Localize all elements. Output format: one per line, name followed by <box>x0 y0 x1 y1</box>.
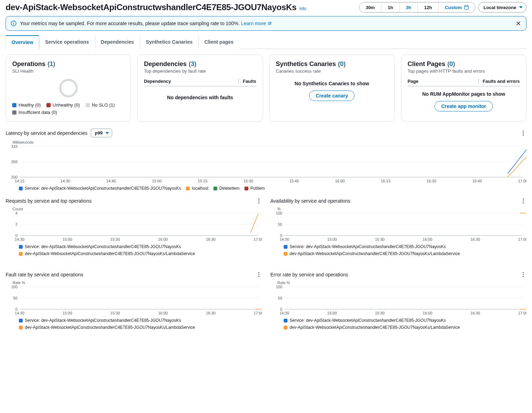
chart-menu-icon[interactable] <box>520 130 526 136</box>
svg-point-9 <box>60 80 76 96</box>
legend-healthy: Healthy (0) <box>12 102 41 108</box>
requests-title: Requests by service and top operations <box>6 198 92 204</box>
canaries-card: Synthetics Canaries (0) Canaries success… <box>269 55 395 122</box>
time-range-1h[interactable]: 1h <box>381 2 400 12</box>
tab-service-operations[interactable]: Service operations <box>39 35 95 49</box>
chart-menu-icon[interactable] <box>520 198 526 204</box>
svg-text:266: 266 <box>11 160 17 164</box>
dependencies-count[interactable]: 3 <box>191 60 194 67</box>
chart-menu-icon[interactable] <box>520 271 526 278</box>
svg-text:15:30: 15:30 <box>375 311 385 315</box>
operations-card: Operations (1) SLI Health Healthy (0) Un… <box>6 55 131 122</box>
legend-item[interactable]: Service: dev-ApiStack-WebsocketApiConstr… <box>284 244 446 249</box>
svg-text:15:00: 15:00 <box>63 311 72 315</box>
operations-count[interactable]: 1 <box>50 60 53 67</box>
chart-menu-icon[interactable] <box>256 198 262 204</box>
svg-text:16:30: 16:30 <box>471 311 480 315</box>
fault-rate-chart: Fault rate by service and operations Rat… <box>6 271 262 330</box>
svg-text:16:00: 16:00 <box>423 311 432 315</box>
dependencies-subtitle: Top dependencies by fault rate <box>144 68 256 74</box>
requests-chart: Requests by service and top operations C… <box>6 198 262 256</box>
time-range-custom[interactable]: Custom <box>439 2 475 12</box>
sampling-alert: Your metrics may be sampled. For more ac… <box>6 16 526 31</box>
svg-point-48 <box>523 198 524 200</box>
svg-text:15:00: 15:00 <box>327 311 337 315</box>
svg-text:50: 50 <box>278 296 282 300</box>
svg-text:15:00: 15:00 <box>152 179 162 183</box>
legend-item[interactable]: dev-ApiStack-WebsocketApiConstructwshand… <box>19 325 195 330</box>
tab-dependencies[interactable]: Dependencies <box>95 35 140 49</box>
tab-client-pages[interactable]: Client pages <box>198 35 239 49</box>
info-link[interactable]: Info <box>299 6 306 11</box>
svg-text:16:00: 16:00 <box>423 237 432 241</box>
create-canary-button[interactable]: Create canary <box>309 90 355 101</box>
svg-text:14:30: 14:30 <box>279 237 289 241</box>
canaries-subtitle: Canaries success rate <box>276 68 388 74</box>
legend-item[interactable]: Service: dev-ApiStack-WebsocketApiConstr… <box>19 318 181 323</box>
client-pages-title: Client Pages <box>408 60 445 68</box>
legend-item[interactable]: Service: dev-ApiStack-WebsocketApiConstr… <box>19 186 181 191</box>
svg-point-50 <box>523 202 524 203</box>
svg-text:16:30: 16:30 <box>206 311 216 315</box>
legend-item[interactable]: PutItem <box>245 186 265 191</box>
svg-text:100: 100 <box>276 285 282 289</box>
time-range-30m[interactable]: 30m <box>359 2 381 12</box>
availability-title: Availability by service and operations <box>270 198 350 204</box>
svg-point-32 <box>258 198 259 200</box>
legend-item[interactable]: DeleteItem <box>213 186 240 191</box>
canaries-count[interactable]: 0 <box>340 60 344 67</box>
sli-health-donut <box>58 77 79 99</box>
timezone-select[interactable]: Local timezone <box>478 2 526 13</box>
svg-point-10 <box>523 130 524 131</box>
svg-text:50: 50 <box>278 222 282 226</box>
svg-text:14:30: 14:30 <box>15 237 24 241</box>
svg-point-49 <box>523 200 524 201</box>
canaries-title: Synthetics Canaries <box>276 60 336 68</box>
operations-title: Operations <box>12 60 45 68</box>
calendar-icon <box>464 5 469 10</box>
svg-text:16:30: 16:30 <box>471 237 480 241</box>
chart-menu-icon[interactable] <box>256 271 262 278</box>
client-pages-count[interactable]: 0 <box>450 60 453 67</box>
svg-text:16:30: 16:30 <box>427 179 436 183</box>
svg-text:15:15: 15:15 <box>198 179 207 183</box>
svg-text:333: 333 <box>11 145 17 148</box>
close-icon[interactable] <box>516 21 521 26</box>
svg-rect-0 <box>464 6 468 9</box>
dependencies-col-2: Faults <box>238 79 256 84</box>
svg-text:15:30: 15:30 <box>375 237 385 241</box>
svg-text:17:00: 17:00 <box>518 311 526 315</box>
svg-point-34 <box>258 202 259 203</box>
legend-item[interactable]: Service: dev-ApiStack-WebsocketApiConstr… <box>19 244 181 249</box>
svg-text:2: 2 <box>15 222 17 226</box>
svg-text:17:00: 17:00 <box>518 179 526 183</box>
dependencies-card: Dependencies (3) Top dependencies by fau… <box>137 55 263 122</box>
svg-text:16:45: 16:45 <box>472 179 482 183</box>
timezone-label: Local timezone <box>483 5 516 10</box>
info-icon <box>11 21 16 26</box>
legend-item[interactable]: dev-ApiStack-WebsocketApiConstructwshand… <box>19 251 195 256</box>
legend-item[interactable]: dev-ApiStack-WebsocketApiConstructwshand… <box>284 251 460 256</box>
learn-more-link[interactable]: Learn more <box>241 21 272 26</box>
svg-text:14:30: 14:30 <box>15 311 24 315</box>
legend-item[interactable]: dev-ApiStack-WebsocketApiConstructwshand… <box>284 325 460 330</box>
svg-point-11 <box>523 132 524 133</box>
legend-item[interactable]: Service: dev-ApiStack-WebsocketApiConstr… <box>284 318 446 323</box>
svg-point-33 <box>258 200 259 201</box>
tab-overview[interactable]: Overview <box>6 35 39 49</box>
time-range-3h[interactable]: 3h <box>400 2 418 12</box>
legend-item[interactable]: localhost <box>186 186 208 191</box>
svg-text:17:00: 17:00 <box>254 237 262 241</box>
external-link-icon <box>268 21 272 26</box>
svg-point-82 <box>523 276 524 277</box>
error-rate-chart: Error rate by service and operations Rat… <box>270 271 526 330</box>
tab-synthetics-canaries[interactable]: Synthetics Canaries <box>140 35 198 49</box>
svg-text:4: 4 <box>15 212 17 215</box>
svg-text:14:45: 14:45 <box>106 179 116 183</box>
time-range-12h[interactable]: 12h <box>418 2 438 12</box>
create-app-monitor-button[interactable]: Create app monitor <box>435 101 493 111</box>
page-title: dev-ApiStack-WebsocketApiConstructwshand… <box>6 2 297 12</box>
percentile-select[interactable]: p99 <box>91 129 112 137</box>
fault-title: Fault rate by service and operations <box>6 272 83 277</box>
svg-point-65 <box>258 274 259 275</box>
